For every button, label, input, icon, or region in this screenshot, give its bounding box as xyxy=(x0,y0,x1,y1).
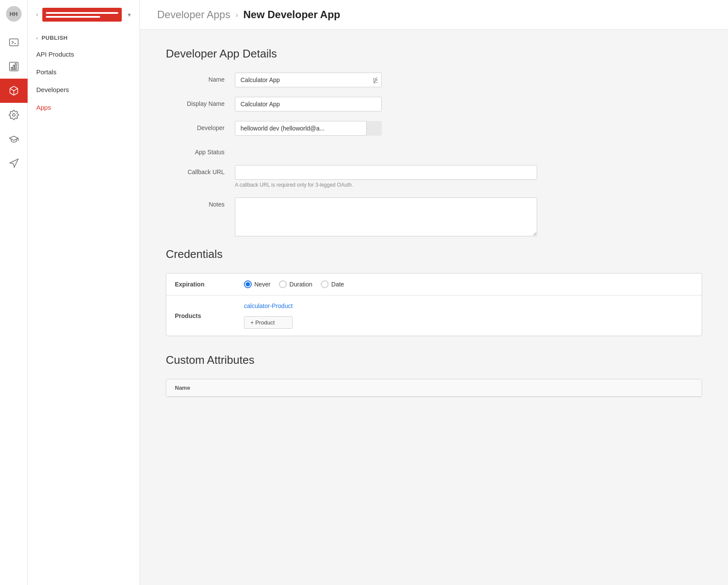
sidebar-collapse-chevron[interactable]: ‹ xyxy=(36,12,38,18)
developer-label: Developer xyxy=(166,121,235,131)
notes-textarea[interactable] xyxy=(235,197,537,236)
svg-rect-5 xyxy=(15,64,16,70)
sidebar-item-developers[interactable]: Developers xyxy=(28,81,139,99)
sidebar-nav-menu: API Products Portals Developers Apps xyxy=(28,45,139,116)
sidebar-section-label: PUBLISH xyxy=(41,35,68,41)
expiration-row: Expiration Never Duration xyxy=(166,273,702,296)
callback-url-field: A callback URL is required only for 3-le… xyxy=(235,165,702,188)
product-link[interactable]: calculator-Product xyxy=(244,302,293,309)
radio-never-label: Never xyxy=(254,281,270,288)
expiration-value: Never Duration Date xyxy=(244,280,693,288)
radio-duration-label: Duration xyxy=(289,281,312,288)
app-status-label: App Status xyxy=(166,145,235,156)
secondary-sidebar: ‹ ▾ ‹ PUBLISH API Products Portals Devel… xyxy=(28,0,140,585)
add-product-button[interactable]: + Product xyxy=(244,316,293,329)
radio-date-label: Date xyxy=(331,281,344,288)
credentials-section-title: Credentials xyxy=(166,248,702,261)
sidebar-icon-chart[interactable] xyxy=(0,54,28,79)
radio-duration[interactable]: Duration xyxy=(279,280,312,288)
callback-url-input[interactable] xyxy=(235,165,537,180)
form-row-display-name: Display Name xyxy=(166,97,702,111)
expiration-radio-group: Never Duration Date xyxy=(244,280,344,288)
credentials-section: Credentials Expiration Never xyxy=(166,248,702,336)
attr-col-name: Name xyxy=(175,385,693,391)
radio-never-circle xyxy=(244,280,252,288)
svg-rect-4 xyxy=(13,65,14,70)
svg-rect-3 xyxy=(11,67,13,70)
form-row-developer: Developer xyxy=(166,121,702,136)
svg-point-8 xyxy=(13,114,15,116)
main-area: Developer Apps › New Developer App Devel… xyxy=(140,0,728,585)
radio-date[interactable]: Date xyxy=(321,280,344,288)
notes-field xyxy=(235,197,702,238)
callback-url-hint: A callback URL is required only for 3-le… xyxy=(235,182,702,188)
name-field: ⋭ xyxy=(235,73,702,87)
form-row-callback: Callback URL A callback URL is required … xyxy=(166,165,702,188)
sidebar-icon-api-products[interactable] xyxy=(0,79,28,103)
display-name-label: Display Name xyxy=(166,97,235,107)
radio-date-circle xyxy=(321,280,329,288)
form-row-notes: Notes xyxy=(166,197,702,238)
name-label: Name xyxy=(166,73,235,83)
products-row: Products calculator-Product + Product xyxy=(166,296,702,336)
top-header: Developer Apps › New Developer App xyxy=(140,0,728,30)
sidebar-icon-graduation[interactable] xyxy=(0,127,28,151)
avatar[interactable]: HH xyxy=(6,6,22,22)
credentials-table: Expiration Never Duration xyxy=(166,273,702,336)
display-name-input[interactable] xyxy=(235,97,382,111)
developer-app-details-section: Developer App Details Name ⋭ Display Nam… xyxy=(166,47,702,238)
developer-select-btn[interactable] xyxy=(366,121,382,136)
callback-url-label: Callback URL xyxy=(166,165,235,175)
sidebar-icon-megaphone[interactable] xyxy=(0,151,28,175)
icon-sidebar: HH xyxy=(0,0,28,585)
name-input-wrapper: ⋭ xyxy=(235,73,382,87)
developer-input-wrapper xyxy=(235,121,382,136)
custom-attributes-title: Custom Attributes xyxy=(166,353,702,367)
sidebar-icon-gear[interactable] xyxy=(0,103,28,127)
sidebar-item-api-products[interactable]: API Products xyxy=(28,45,139,63)
sidebar-section-publish: ‹ PUBLISH xyxy=(28,28,139,45)
brand-dropdown-chevron[interactable]: ▾ xyxy=(128,11,131,18)
products-value: calculator-Product + Product xyxy=(244,302,693,329)
radio-duration-circle xyxy=(279,280,287,288)
sidebar-brand: ‹ ▾ xyxy=(28,0,139,28)
sidebar-item-portals[interactable]: Portals xyxy=(28,63,139,81)
notes-label: Notes xyxy=(166,197,235,208)
breadcrumb-parent[interactable]: Developer Apps xyxy=(157,9,230,21)
attributes-header: Name xyxy=(166,379,702,397)
form-row-name: Name ⋭ xyxy=(166,73,702,87)
developer-field xyxy=(235,121,702,136)
display-name-field xyxy=(235,97,702,111)
name-input-icon: ⋭ xyxy=(373,76,378,84)
breadcrumb-separator: › xyxy=(235,10,238,19)
sidebar-icon-terminal[interactable] xyxy=(0,30,28,54)
products-label: Products xyxy=(175,312,244,319)
name-input[interactable] xyxy=(235,73,382,87)
custom-attributes-section: Custom Attributes Name xyxy=(166,353,702,397)
form-row-app-status: App Status xyxy=(166,145,702,156)
sidebar-item-apps[interactable]: Apps xyxy=(28,99,139,116)
section-collapse-chevron[interactable]: ‹ xyxy=(36,35,38,41)
details-section-title: Developer App Details xyxy=(166,47,702,60)
breadcrumb-current: New Developer App xyxy=(243,9,340,21)
developer-input[interactable] xyxy=(235,121,382,136)
products-list: calculator-Product + Product xyxy=(244,302,293,329)
radio-never[interactable]: Never xyxy=(244,280,270,288)
expiration-label: Expiration xyxy=(175,281,244,288)
attributes-table: Name xyxy=(166,379,702,397)
content-area: Developer App Details Name ⋭ Display Nam… xyxy=(140,30,728,585)
icon-nav xyxy=(0,30,27,175)
